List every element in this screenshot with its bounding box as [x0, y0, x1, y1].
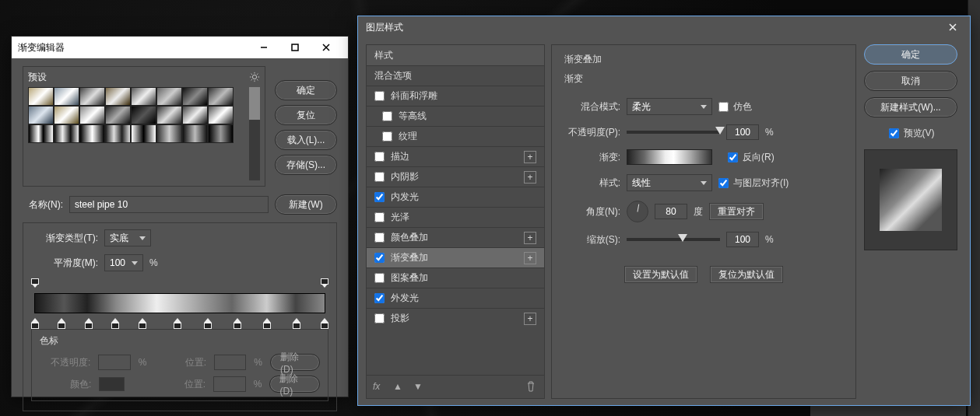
outer-glow-item[interactable]: 外发光 [367, 288, 544, 308]
delete-color-stop-button[interactable]: 删除(D) [269, 376, 320, 393]
arrow-down-icon[interactable]: ▼ [413, 381, 426, 393]
layer-style-title: 图层样式 [366, 21, 943, 34]
bevel-item[interactable]: 斜面和浮雕 [367, 86, 544, 106]
window-close-button[interactable] [311, 37, 342, 58]
close-icon[interactable] [943, 18, 962, 37]
name-input[interactable] [69, 196, 269, 213]
plus-icon[interactable]: + [524, 151, 536, 163]
load-button[interactable]: 载入(L)... [275, 130, 337, 150]
style-select[interactable]: 线性 [627, 174, 712, 191]
angle-input[interactable] [655, 204, 687, 219]
scale-input[interactable] [726, 232, 759, 247]
inner-shadow-item[interactable]: 内阴影+ [367, 166, 544, 187]
scale-label: 缩放(S): [564, 233, 620, 246]
stop-opacity-label: 不透明度: [40, 356, 90, 369]
ls-ok-button[interactable]: 确定 [864, 44, 957, 65]
contour-item[interactable]: 等高线 [367, 106, 544, 126]
presets-scrollbar[interactable] [249, 87, 260, 180]
ls-new-style-button[interactable]: 新建样式(W)... [864, 97, 957, 117]
percent-label: % [149, 257, 158, 268]
stop-opacity-input [98, 355, 130, 370]
window-maximize-button[interactable] [279, 37, 311, 58]
styles-list: 样式 混合选项 斜面和浮雕 等高线 纹理 描边+ 内阴影+ 内发光 光泽 颜色叠… [366, 44, 545, 399]
pattern-overlay-item[interactable]: 图案叠加 [367, 267, 544, 288]
blend-options-item[interactable]: 混合选项 [367, 65, 544, 86]
gradient-editor-window: 渐变编辑器 预设 [11, 36, 349, 397]
drop-shadow-item[interactable]: 投影+ [367, 308, 544, 328]
fx-icon[interactable]: fx [373, 381, 385, 393]
trash-icon[interactable] [525, 381, 538, 393]
plus-icon[interactable]: + [524, 313, 536, 325]
stop-color-label: 颜色: [40, 378, 91, 391]
stop-position2-label: 位置: [169, 378, 205, 391]
degree-label: 度 [694, 205, 703, 218]
stroke-item[interactable]: 描边+ [367, 146, 544, 166]
reset-button[interactable]: 复位 [275, 105, 337, 125]
delete-opacity-stop-button[interactable]: 删除(D) [270, 354, 320, 371]
window-title: 渐变编辑器 [18, 41, 248, 54]
ls-cancel-button[interactable]: 取消 [864, 71, 957, 91]
window-minimize-button[interactable] [248, 37, 279, 58]
subsection-title: 渐变 [564, 72, 843, 86]
name-label: 名称(N): [23, 198, 63, 211]
gradient-type-label: 渐变类型(T): [31, 232, 98, 245]
angle-dial[interactable] [627, 201, 648, 222]
opacity-label: 不透明度(P): [564, 126, 620, 139]
gradient-overlay-item[interactable]: 渐变叠加+ [367, 247, 544, 267]
inner-glow-item[interactable]: 内发光 [367, 187, 544, 207]
new-button[interactable]: 新建(W) [275, 194, 337, 215]
plus-icon[interactable]: + [524, 171, 536, 184]
stop-color-chip[interactable] [99, 377, 124, 391]
dither-checkbox[interactable]: 仿色 [718, 100, 752, 114]
preset-swatches[interactable] [28, 87, 244, 143]
gradient-overlay-settings: 渐变叠加 渐变 混合模式: 柔光 仿色 不透明度(P): % 渐变: 反向(R) [551, 44, 856, 399]
scale-slider[interactable] [627, 238, 720, 241]
section-title: 渐变叠加 [564, 53, 843, 66]
style-label: 样式: [564, 177, 620, 190]
layer-style-titlebar[interactable]: 图层样式 [358, 16, 970, 38]
save-button[interactable]: 存储(S)... [275, 155, 337, 175]
colorstops-header: 色标 [40, 334, 320, 348]
smoothness-input[interactable]: 100 [104, 254, 143, 271]
gradient-bar[interactable] [31, 282, 328, 324]
preview-thumbnail [864, 149, 957, 250]
color-overlay-item[interactable]: 颜色叠加+ [367, 227, 544, 247]
arrow-up-icon[interactable]: ▲ [393, 381, 406, 393]
opacity-input[interactable] [726, 124, 759, 140]
presets-panel: 预设 [23, 66, 265, 187]
texture-item[interactable]: 纹理 [367, 126, 544, 146]
angle-label: 角度(N): [564, 205, 620, 218]
styles-header[interactable]: 样式 [367, 45, 544, 65]
preview-checkbox[interactable]: 预览(V) [864, 127, 959, 140]
opacity-slider[interactable] [627, 131, 720, 134]
satin-item[interactable]: 光泽 [367, 207, 544, 227]
reset-align-button[interactable]: 重置对齐 [709, 203, 764, 220]
smoothness-label: 平滑度(M): [31, 257, 98, 270]
gear-icon[interactable] [249, 72, 260, 82]
set-default-button[interactable]: 设置为默认值 [624, 266, 697, 283]
ok-button[interactable]: 确定 [275, 80, 337, 100]
blend-mode-select[interactable]: 柔光 [627, 98, 712, 115]
presets-label: 预设 [28, 71, 47, 84]
stop-position2-input [213, 376, 246, 392]
reset-default-button[interactable]: 复位为默认值 [710, 266, 783, 283]
layer-style-window: 图层样式 样式 混合选项 斜面和浮雕 等高线 纹理 描边+ 内阴影+ 内发光 光… [357, 16, 971, 406]
svg-point-1 [252, 75, 256, 79]
gradient-preview[interactable] [627, 149, 712, 165]
window-titlebar[interactable]: 渐变编辑器 [12, 37, 348, 58]
align-checkbox[interactable]: 与图层对齐(I) [718, 177, 789, 190]
plus-icon[interactable]: + [524, 252, 536, 264]
gradient-type-select[interactable]: 实底 [104, 229, 151, 246]
stop-position-label: 位置: [170, 356, 206, 369]
svg-rect-0 [292, 44, 298, 51]
plus-icon[interactable]: + [524, 232, 536, 244]
stop-position-input [214, 355, 246, 370]
gradient-label: 渐变: [564, 151, 620, 164]
reverse-checkbox[interactable]: 反向(R) [728, 151, 775, 164]
blend-mode-label: 混合模式: [564, 100, 620, 114]
